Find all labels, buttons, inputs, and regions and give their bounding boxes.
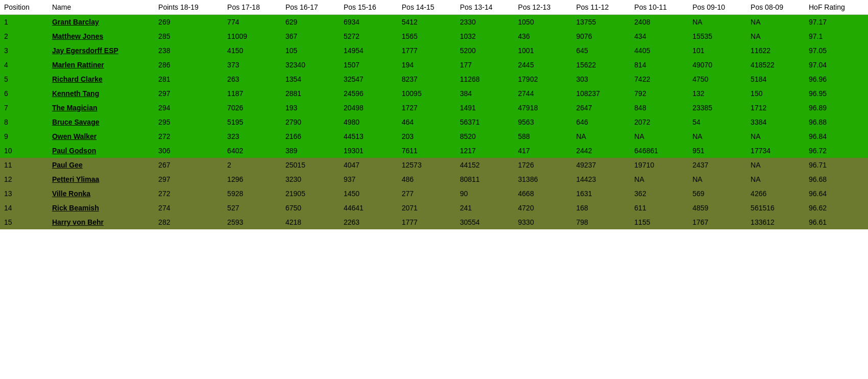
pos-1213-cell: 17902 xyxy=(514,72,572,86)
table-row: 4Marlen Rattiner286373323401507194177244… xyxy=(0,58,868,72)
pos-1314-cell: 56371 xyxy=(456,115,514,129)
points-1819-cell: 274 xyxy=(154,201,223,215)
pos-1516-cell: 32547 xyxy=(340,72,398,86)
pos-0809-cell: 17734 xyxy=(746,144,805,158)
pos-1011-cell: 2408 xyxy=(630,15,688,30)
pos-1718-cell: 2 xyxy=(223,158,281,172)
points-1819-cell: 238 xyxy=(154,43,223,58)
points-1819-cell: 294 xyxy=(154,101,223,115)
pos-0910-cell: NA xyxy=(688,15,746,30)
header-row: Position Name Points 18-19 Pos 17-18 Pos… xyxy=(0,0,868,15)
name-cell[interactable]: Rick Beamish xyxy=(48,201,154,215)
points-1819-cell: 285 xyxy=(154,29,223,43)
pos-0910-cell: 951 xyxy=(688,144,746,158)
position-cell: 7 xyxy=(0,101,48,115)
table-row: 8Bruce Savage295519527904980464563719563… xyxy=(0,115,868,129)
pos-1314-cell: 8520 xyxy=(456,129,514,144)
hof-cell: 96.89 xyxy=(805,101,868,115)
position-cell: 15 xyxy=(0,215,48,229)
name-cell[interactable]: Grant Barclay xyxy=(48,15,154,30)
name-cell[interactable]: Ville Ronka xyxy=(48,186,154,201)
name-cell[interactable]: Matthew Jones xyxy=(48,29,154,43)
table-row: 14Rick Beamish27452767504464120712414720… xyxy=(0,201,868,215)
pos-0910-cell: 4859 xyxy=(688,201,746,215)
hof-cell: 97.1 xyxy=(805,29,868,43)
table-row: 13Ville Ronka272592821905145027790466816… xyxy=(0,186,868,201)
position-cell: 12 xyxy=(0,172,48,186)
pos-1617-cell: 105 xyxy=(281,43,340,58)
pos-1112-cell: 645 xyxy=(572,43,630,58)
pos-0910-cell: 23385 xyxy=(688,101,746,115)
name-cell[interactable]: Bruce Savage xyxy=(48,115,154,129)
points-1819-cell: 281 xyxy=(154,72,223,86)
pos-1011-cell: 4405 xyxy=(630,43,688,58)
pos-1718-cell: 527 xyxy=(223,201,281,215)
pos-1516-cell: 2263 xyxy=(340,215,398,229)
col-header-pos0910: Pos 09-10 xyxy=(688,0,746,15)
pos-0910-cell: NA xyxy=(688,172,746,186)
pos-1516-cell: 19301 xyxy=(340,144,398,158)
pos-1617-cell: 367 xyxy=(281,29,340,43)
name-cell[interactable]: Harry von Behr xyxy=(48,215,154,229)
name-cell[interactable]: Richard Clarke xyxy=(48,72,154,86)
pos-1617-cell: 3230 xyxy=(281,172,340,186)
name-cell[interactable]: Marlen Rattiner xyxy=(48,58,154,72)
hof-cell: 96.61 xyxy=(805,215,868,229)
col-header-pos0809: Pos 08-09 xyxy=(746,0,805,15)
pos-1213-cell: 4720 xyxy=(514,201,572,215)
pos-1011-cell: 362 xyxy=(630,186,688,201)
pos-1718-cell: 774 xyxy=(223,15,281,30)
pos-0809-cell: NA xyxy=(746,129,805,144)
col-header-points1819: Points 18-19 xyxy=(154,0,223,15)
hof-cell: 96.71 xyxy=(805,158,868,172)
pos-1112-cell: 798 xyxy=(572,215,630,229)
pos-1213-cell: 2744 xyxy=(514,86,572,101)
name-cell[interactable]: Paul Gee xyxy=(48,158,154,172)
pos-1415-cell: 7611 xyxy=(398,144,456,158)
pos-1617-cell: 4218 xyxy=(281,215,340,229)
hof-cell: 96.62 xyxy=(805,201,868,215)
pos-1213-cell: 47918 xyxy=(514,101,572,115)
pos-1112-cell: 2647 xyxy=(572,101,630,115)
pos-1112-cell: 49237 xyxy=(572,158,630,172)
points-1819-cell: 272 xyxy=(154,129,223,144)
points-1819-cell: 297 xyxy=(154,172,223,186)
pos-0910-cell: 4750 xyxy=(688,72,746,86)
name-cell[interactable]: Paul Godson xyxy=(48,144,154,158)
pos-1516-cell: 20498 xyxy=(340,101,398,115)
col-header-pos1617: Pos 16-17 xyxy=(281,0,340,15)
hof-cell: 96.68 xyxy=(805,172,868,186)
pos-1011-cell: 848 xyxy=(630,101,688,115)
pos-1617-cell: 6750 xyxy=(281,201,340,215)
pos-0910-cell: 54 xyxy=(688,115,746,129)
name-cell[interactable]: Jay Egersdorff ESP xyxy=(48,43,154,58)
pos-1516-cell: 24596 xyxy=(340,86,398,101)
pos-0809-cell: 5184 xyxy=(746,72,805,86)
name-cell[interactable]: Kenneth Tang xyxy=(48,86,154,101)
pos-1011-cell: 792 xyxy=(630,86,688,101)
name-cell[interactable]: The Magician xyxy=(48,101,154,115)
pos-1718-cell: 323 xyxy=(223,129,281,144)
col-header-pos1415: Pos 14-15 xyxy=(398,0,456,15)
pos-1314-cell: 1217 xyxy=(456,144,514,158)
pos-1314-cell: 80811 xyxy=(456,172,514,186)
name-cell[interactable]: Owen Walker xyxy=(48,129,154,144)
pos-0910-cell: 15535 xyxy=(688,29,746,43)
pos-1112-cell: 15622 xyxy=(572,58,630,72)
pos-1415-cell: 486 xyxy=(398,172,456,186)
col-header-pos1011: Pos 10-11 xyxy=(630,0,688,15)
pos-1718-cell: 5928 xyxy=(223,186,281,201)
pos-1617-cell: 25015 xyxy=(281,158,340,172)
points-1819-cell: 269 xyxy=(154,15,223,30)
pos-1314-cell: 1491 xyxy=(456,101,514,115)
col-header-pos1213: Pos 12-13 xyxy=(514,0,572,15)
name-cell[interactable]: Petteri Ylimaa xyxy=(48,172,154,186)
pos-1213-cell: 9330 xyxy=(514,215,572,229)
table-row: 2Matthew Jones28511009367527215651032436… xyxy=(0,29,868,43)
position-cell: 14 xyxy=(0,201,48,215)
pos-0910-cell: 101 xyxy=(688,43,746,58)
pos-1516-cell: 1450 xyxy=(340,186,398,201)
pos-1718-cell: 7026 xyxy=(223,101,281,115)
pos-1415-cell: 10095 xyxy=(398,86,456,101)
hof-cell: 96.88 xyxy=(805,115,868,129)
